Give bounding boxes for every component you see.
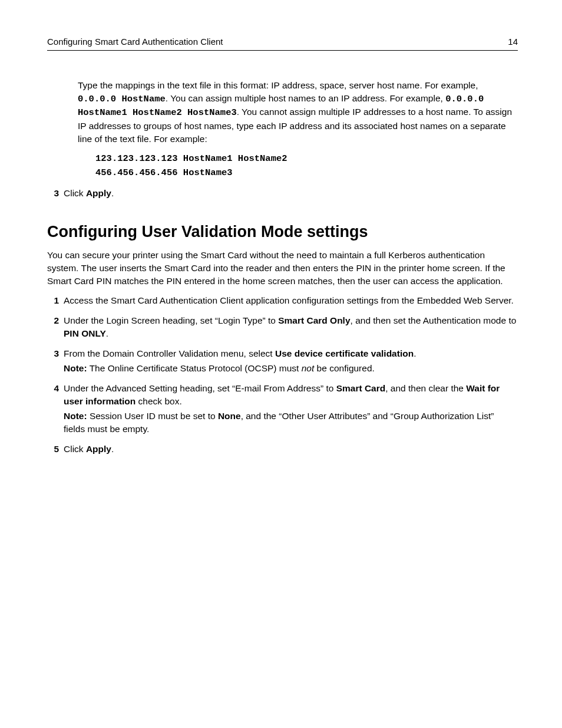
bold-text: PIN ONLY xyxy=(64,328,106,338)
apply-label: Apply xyxy=(86,188,111,198)
note-text: be configured. xyxy=(314,363,375,373)
section-intro: You can secure your printer using the Sm… xyxy=(47,249,518,287)
list-marker: 2 xyxy=(47,314,59,327)
step-text: Click xyxy=(64,444,86,454)
list-marker: 4 xyxy=(47,382,59,395)
intro-text-2: . You can assign multiple host names to … xyxy=(166,93,445,103)
note-text: Session User ID must be set to xyxy=(87,411,218,421)
step-text: . xyxy=(414,348,416,358)
step-text: From the Domain Controller Validation me… xyxy=(64,348,275,358)
code-line-2: 456.456.456.456 HostName3 xyxy=(95,166,518,180)
step-text: Access the Smart Card Authentication Cli… xyxy=(64,294,518,307)
step-text-post: . xyxy=(111,188,114,198)
list-item: 1 Access the Smart Card Authentication C… xyxy=(47,294,518,307)
list-marker: 5 xyxy=(47,443,59,456)
note-bold: None xyxy=(218,411,241,421)
header-title: Configuring Smart Card Authentication Cl… xyxy=(47,35,223,48)
bold-text: Smart Card Only xyxy=(278,315,350,325)
list-item: 5 Click Apply. xyxy=(47,443,518,456)
note-label: Note: xyxy=(64,411,87,421)
step-text: , and then clear the xyxy=(385,383,466,393)
note-label: Note: xyxy=(64,363,87,373)
note: Note: The Online Certificate Status Prot… xyxy=(64,362,518,375)
step-text: . xyxy=(106,328,108,338)
intro-code-1: 0.0.0.0 HostName xyxy=(78,94,166,104)
bold-text: Use device certificate validation xyxy=(275,348,414,358)
list-item: 3 Click Apply. xyxy=(47,187,518,200)
note-text: The Online Certificate Status Protocol (… xyxy=(87,363,302,373)
step-text: Click xyxy=(64,188,86,198)
list-item: 3 From the Domain Controller Validation … xyxy=(47,347,518,375)
step-text: check box. xyxy=(135,396,181,406)
top-ordered-list: 3 Click Apply. xyxy=(47,187,518,200)
intro-paragraph: Type the mappings in the text file in th… xyxy=(78,79,518,180)
apply-label: Apply xyxy=(86,444,111,454)
step-text: . xyxy=(111,444,114,454)
list-marker: 3 xyxy=(47,187,59,200)
code-line-1: 123.123.123.123 HostName1 HostName2 xyxy=(95,152,518,166)
step-text: , and then set the Authentication mode t… xyxy=(351,315,517,325)
list-item: 4 Under the Advanced Setting heading, se… xyxy=(47,382,518,436)
bold-text: Smart Card xyxy=(336,383,386,393)
list-marker: 3 xyxy=(47,347,59,360)
note: Note: Session User ID must be set to Non… xyxy=(64,410,518,435)
section-heading: Configuring User Validation Mode setting… xyxy=(47,221,518,243)
intro-text-1: Type the mappings in the text file in th… xyxy=(78,80,478,90)
steps-ordered-list: 1 Access the Smart Card Authentication C… xyxy=(47,294,518,455)
list-marker: 1 xyxy=(47,294,59,307)
step-text: Under the Advanced Setting heading, set … xyxy=(64,383,336,393)
note-italic: not xyxy=(302,363,315,373)
page-number: 14 xyxy=(508,35,518,48)
page-header: Configuring Smart Card Authentication Cl… xyxy=(47,35,518,51)
step-text: Under the Login Screen heading, set “Log… xyxy=(64,315,278,325)
code-example: 123.123.123.123 HostName1 HostName2 456.… xyxy=(95,152,518,180)
list-item: 2 Under the Login Screen heading, set “L… xyxy=(47,314,518,340)
